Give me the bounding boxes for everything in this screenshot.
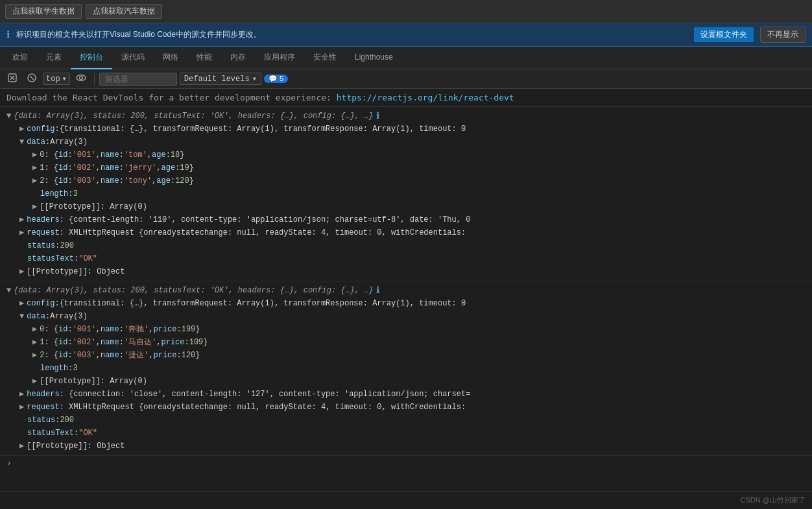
info-text: 标识项目的根文件夹以打开Visual Studio Code中的源文件并同步更改… [16, 29, 687, 40]
arrow-right-icon[interactable]: ▶ [19, 440, 24, 452]
top-bar: 点我获取学生数据 点我获取汽车数据 [0, 0, 812, 23]
tab-console[interactable]: 控制台 [71, 47, 112, 69]
filter-btn[interactable] [23, 71, 40, 86]
toolbar: top ▾ Default levels ▾ 💬 5 [0, 69, 812, 89]
tab-bar: 欢迎 元素 控制台 源代码 网络 性能 内存 应用程序 安全性 Lighthou… [0, 47, 812, 69]
console-block-1: ▼ {data: Array(3), status: 200, statusTe… [0, 107, 812, 281]
svg-point-6 [79, 77, 82, 80]
log-levels-btn[interactable]: Default levels ▾ [180, 73, 261, 85]
tab-memory[interactable]: 内存 [221, 47, 255, 69]
arrow-right-icon[interactable]: ▶ [32, 149, 37, 161]
block1-status: status: 200 [0, 239, 812, 252]
prompt-arrow-icon: › [6, 458, 12, 468]
block2-data-item-0[interactable]: ▶ 0: {id: '001', name: '奔驰', price: 199} [0, 323, 812, 336]
react-devtools-banner: Download the React DevTools for a better… [0, 89, 812, 107]
arrow-right-icon[interactable]: ▶ [32, 337, 37, 348]
react-banner-text: Download the React DevTools for a better… [6, 93, 337, 102]
block2-prototype-obj[interactable]: ▶ [[Prototype]]: Object [0, 440, 812, 453]
chevron-down-icon: ▾ [62, 74, 67, 84]
console-prompt: › [0, 456, 812, 471]
arrow-right-icon[interactable]: ▶ [19, 298, 24, 309]
separator [94, 73, 95, 85]
svg-line-4 [30, 76, 34, 80]
block2-config[interactable]: ▶ config: {transitional: {…}, transformR… [0, 297, 812, 310]
block1-data-item-1[interactable]: ▶ 1: {id: '002', name: 'jerry', age: 19} [0, 161, 812, 174]
message-icon: 💬 [269, 75, 280, 82]
block1-config-text: {transitional: {…}, transformRequest: Ar… [60, 123, 466, 135]
arrow-right-icon[interactable]: ▶ [19, 227, 24, 239]
block1-data-item-2[interactable]: ▶ 2: {id: '003', name: 'tony', age: 120} [0, 174, 812, 187]
info-circle-icon[interactable]: ℹ [376, 285, 379, 296]
info-circle-icon[interactable]: ℹ [376, 110, 379, 122]
tab-welcome[interactable]: 欢迎 [3, 47, 37, 69]
block1-headers[interactable]: ▶ headers: {content-length: '110', conte… [0, 213, 812, 226]
info-bar: ℹ 标识项目的根文件夹以打开Visual Studio Code中的源文件并同步… [0, 23, 812, 47]
watermark-text: CSDN @山竹回家了 [741, 496, 806, 504]
tab-elements[interactable]: 元素 [37, 47, 71, 69]
block1-config[interactable]: ▶ config: {transitional: {…}, transformR… [0, 123, 812, 136]
dismiss-btn[interactable]: 不再显示 [760, 27, 806, 43]
tab-network[interactable]: 网络 [154, 47, 187, 69]
arrow-right-icon[interactable]: ▶ [19, 214, 24, 226]
arrow-right-icon[interactable]: ▶ [19, 123, 24, 135]
context-value: top [46, 75, 60, 84]
block2-request[interactable]: ▶ request: XMLHttpRequest {onreadystatec… [0, 401, 812, 414]
fetch-car-btn[interactable]: 点我获取汽车数据 [86, 4, 162, 19]
arrow-right-icon[interactable]: ▶ [19, 266, 24, 278]
block2-length: length: 3 [0, 362, 812, 375]
message-count-badge: 💬 5 [264, 75, 288, 83]
info-icon: ℹ [6, 29, 10, 40]
block1-summary[interactable]: ▼ {data: Array(3), status: 200, statusTe… [0, 110, 812, 123]
arrow-right-icon[interactable]: ▶ [32, 324, 37, 335]
set-root-btn[interactable]: 设置根文件夹 [694, 27, 754, 42]
console-output[interactable]: ▼ {data: Array(3), status: 200, statusTe… [0, 107, 812, 491]
console-block-2: ▼ {data: Array(3), status: 200, statusTe… [0, 281, 812, 456]
devtools-panel: ℹ 标识项目的根文件夹以打开Visual Studio Code中的源文件并同步… [0, 23, 812, 509]
block2-prototype-data[interactable]: ▶ [[Prototype]]: Array(0) [0, 375, 812, 388]
fetch-student-btn[interactable]: 点我获取学生数据 [5, 4, 82, 19]
tab-application[interactable]: 应用程序 [255, 47, 304, 69]
block2-data-header[interactable]: ▼ data: Array(3) [0, 310, 812, 323]
expand-icon[interactable]: ▼ [19, 136, 24, 148]
tab-performance[interactable]: 性能 [187, 47, 221, 69]
block2-status: status: 200 [0, 414, 812, 427]
arrow-right-icon[interactable]: ▶ [32, 375, 37, 387]
block2-data-item-1[interactable]: ▶ 1: {id: '002', name: '马自达', price: 109… [0, 336, 812, 349]
arrow-right-icon[interactable]: ▶ [32, 175, 37, 187]
bottom-bar: CSDN @山竹回家了 [0, 491, 812, 509]
arrow-right-icon[interactable]: ▶ [32, 162, 37, 174]
tab-lighthouse[interactable]: Lighthouse [346, 47, 402, 69]
chevron-down-icon: ▾ [252, 74, 257, 84]
expand-icon[interactable]: ▼ [6, 285, 11, 296]
eye-icon-btn[interactable] [73, 71, 90, 86]
context-selector[interactable]: top ▾ [43, 73, 70, 85]
block1-summary-text: {data: Array(3), status: 200, statusText… [14, 110, 374, 122]
filter-input[interactable] [99, 73, 177, 86]
arrow-right-icon[interactable]: ▶ [19, 401, 24, 413]
block2-statustext: statusText: "OK" [0, 427, 812, 440]
expand-icon[interactable]: ▼ [19, 311, 24, 322]
clear-console-btn[interactable] [4, 71, 21, 86]
arrow-right-icon[interactable]: ▶ [32, 349, 37, 361]
tab-sources[interactable]: 源代码 [112, 47, 154, 69]
block1-prototype-obj[interactable]: ▶ [[Prototype]]: Object [0, 265, 812, 278]
arrow-right-icon[interactable]: ▶ [19, 388, 24, 400]
block1-length: length: 3 [0, 187, 812, 200]
block2-summary-text: {data: Array(3), status: 200, statusText… [14, 285, 374, 296]
expand-icon[interactable]: ▼ [6, 110, 11, 122]
block1-request[interactable]: ▶ request: XMLHttpRequest {onreadystatec… [0, 226, 812, 239]
block2-headers[interactable]: ▶ headers: {connection: 'close', content… [0, 388, 812, 401]
react-devtools-link[interactable]: https://reactjs.org/link/react-devt [337, 93, 514, 102]
block1-prototype-data[interactable]: ▶ [[Prototype]]: Array(0) [0, 200, 812, 213]
block2-data-item-2[interactable]: ▶ 2: {id: '003', name: '捷达', price: 120} [0, 349, 812, 362]
block1-data-header[interactable]: ▼ data: Array(3) [0, 136, 812, 148]
tab-security[interactable]: 安全性 [304, 47, 346, 69]
block1-data-item-0[interactable]: ▶ 0: {id: '001', name: 'tom', age: 18} [0, 148, 812, 161]
block1-statustext: statusText: "OK" [0, 252, 812, 265]
log-levels-label: Default levels [184, 75, 250, 84]
arrow-right-icon[interactable]: ▶ [32, 201, 37, 213]
block2-summary[interactable]: ▼ {data: Array(3), status: 200, statusTe… [0, 284, 812, 297]
